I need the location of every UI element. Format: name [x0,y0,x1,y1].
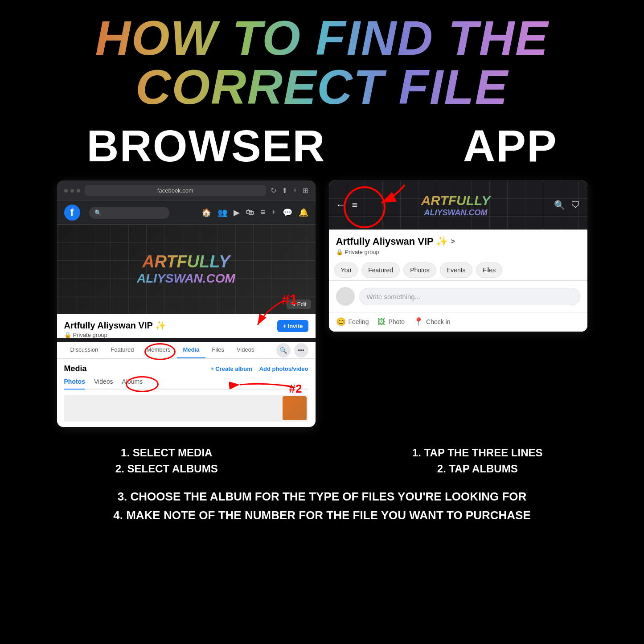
fb-cover-title-line1: ARTFULLY [137,253,235,271]
fb-media-tab-albums[interactable]: Albums [122,378,143,390]
browser-instructions: 1. SELECT MEDIA 2. SELECT ALBUMS [18,445,316,477]
fb-nav: f 🔍 🏠 👥 ▶ 🛍 ≡ + 💬 🔔 [57,201,316,225]
fb-media-actions: + Create album Add photos/video [210,365,308,372]
app-photo-action[interactable]: 🖼 Photo [377,317,405,327]
main-container: HOW TO FIND THE CORRECT FILE BROWSER APP… [0,0,644,644]
bottom-line-1: 3. CHOOSE THE ALBUM FOR THE TYPE OF FILE… [18,488,626,506]
arrow-2-svg [222,373,311,400]
app-search-icon[interactable]: 🔍 [554,200,565,210]
fb-tab-videos[interactable]: Videos [230,342,261,358]
section-labels: BROWSER APP [18,120,626,172]
friends-icon[interactable]: 👥 [217,208,227,217]
app-avatar [336,287,355,306]
fb-cover-text: ARTFULLY ALIYSWAN.COM [137,253,235,286]
app-write-section: Write something... [329,281,587,312]
app-instruction-2: 2. TAP ALBUMS [329,461,627,477]
search-tab-btn[interactable]: 🔍 [276,343,291,357]
messenger-icon[interactable]: 💬 [283,208,292,217]
app-screenshot: ← ≡ ARTFULLY ALIYSWAN.COM 🔍 🛡 [329,180,587,332]
fb-media-title: Media [64,364,87,373]
browser-instruction-1: 1. SELECT MEDIA [18,445,316,461]
app-label: APP [463,120,558,172]
browser-dots [64,189,80,193]
app-lock-icon: 🔒 [336,249,343,255]
app-feeling-action[interactable]: 😊 Feeling [336,317,369,327]
share-icon[interactable]: ⬆ [282,186,287,195]
checkin-icon: 📍 [414,317,423,327]
bottom-text: 3. CHOOSE THE ALBUM FOR THE TYPE OF FILE… [18,488,626,525]
browser-dot-2 [70,189,74,193]
browser-url: facebook.com [85,185,267,196]
create-album-btn[interactable]: + Create album [210,365,252,372]
fb-tab-files[interactable]: Files [205,342,230,358]
fb-tab-members[interactable]: Members [140,342,176,358]
fb-tab-featured[interactable]: Featured [104,342,140,358]
svg-point-3 [345,187,385,227]
title-row: HOW TO FIND THE CORRECT FILE [18,13,626,111]
browser-label: BROWSER [86,120,325,172]
app-instructions: 1. TAP THE THREE LINES 2. TAP ALBUMS [329,445,627,477]
fb-logo: f [64,205,80,221]
fb-media-header: Media + Create album Add photos/video [64,364,308,373]
main-title: HOW TO FIND THE CORRECT FILE [18,13,626,111]
fb-media-wrapper: Media + Create album Add photos/video Ph… [57,359,316,427]
app-instruction-1: 1. TAP THE THREE LINES [329,445,627,461]
app-tab-files[interactable]: Files [476,263,503,278]
fb-tabs-wrapper: Discussion Featured Members Media Files … [57,342,316,359]
app-chevron: > [451,238,455,246]
app-shield-icon[interactable]: 🛡 [571,200,580,210]
app-tab-photos[interactable]: Photos [403,263,436,278]
fb-private-label: 🔒 Private group [64,332,308,338]
menu-icon[interactable]: ≡ [260,208,265,217]
app-write-box[interactable]: Write something... [359,288,580,305]
app-tab-events[interactable]: Events [440,263,472,278]
app-checkin-action[interactable]: 📍 Check in [414,317,450,327]
home-icon[interactable]: 🏠 [201,208,211,217]
reload-icon[interactable]: ↻ [271,186,276,195]
app-post-actions: 😊 Feeling 🖼 Photo 📍 Check in [329,312,587,332]
fb-search-box[interactable]: 🔍 [89,207,169,219]
browser-icons-right: ↻ ⬆ + ⊞ [271,186,308,195]
fb-media-tab-photos[interactable]: Photos [64,378,85,390]
bell-icon[interactable]: 🔔 [299,208,308,217]
browser-instruction-2: 2. SELECT ALBUMS [18,461,316,477]
browser-screenshot: facebook.com ↻ ⬆ + ⊞ f 🔍 🏠 👥 ▶ 🛍 ≡ [57,180,316,427]
app-tabs: You Featured Photos Events Files [329,260,587,281]
app-tab-featured[interactable]: Featured [361,263,400,278]
grid-icon[interactable]: ⊞ [303,186,308,195]
fb-tab-icons: 🔍 ••• [276,343,308,357]
marketplace-icon[interactable]: 🛍 [246,208,254,217]
app-tab-you[interactable]: You [334,263,358,278]
create-icon[interactable]: + [271,208,276,217]
instructions-row: 1. SELECT MEDIA 2. SELECT ALBUMS 1. TAP … [18,445,626,477]
app-arrow-svg [333,183,422,241]
browser-dot-3 [77,189,80,193]
feeling-icon: 😊 [336,317,346,327]
app-header-icons: 🔍 🛡 [554,200,580,210]
bottom-line-2: 4. MAKE NOTE OF THE NUMBER FOR THE FILE … [18,506,626,525]
add-photos-btn[interactable]: Add photos/video [259,365,308,372]
app-private-label: 🔒 Private group [336,249,580,255]
browser-dot-1 [64,189,68,193]
screenshots-row: facebook.com ↻ ⬆ + ⊞ f 🔍 🏠 👥 ▶ 🛍 ≡ [18,180,626,427]
fb-nav-icons: 🏠 👥 ▶ 🛍 ≡ + 💬 🔔 [201,208,308,217]
browser-bar: facebook.com ↻ ⬆ + ⊞ [57,180,316,201]
arrow-1-svg [244,296,298,332]
fb-tab-media[interactable]: Media [177,342,206,358]
add-tab-icon[interactable]: + [293,186,297,195]
photo-icon: 🖼 [377,317,386,327]
fb-cover-title-line2: ALIYSWAN.COM [137,271,235,286]
lock-icon: 🔒 [64,332,71,338]
fb-group-tabs: Discussion Featured Members Media Files … [57,342,316,359]
fb-media-tab-videos[interactable]: Videos [94,378,113,390]
app-header-wrapper: ← ≡ ARTFULLY ALIYSWAN.COM 🔍 🛡 [329,180,587,230]
fb-tab-discussion[interactable]: Discussion [64,342,105,358]
more-tab-btn[interactable]: ••• [294,343,308,357]
watch-icon[interactable]: ▶ [234,208,240,217]
